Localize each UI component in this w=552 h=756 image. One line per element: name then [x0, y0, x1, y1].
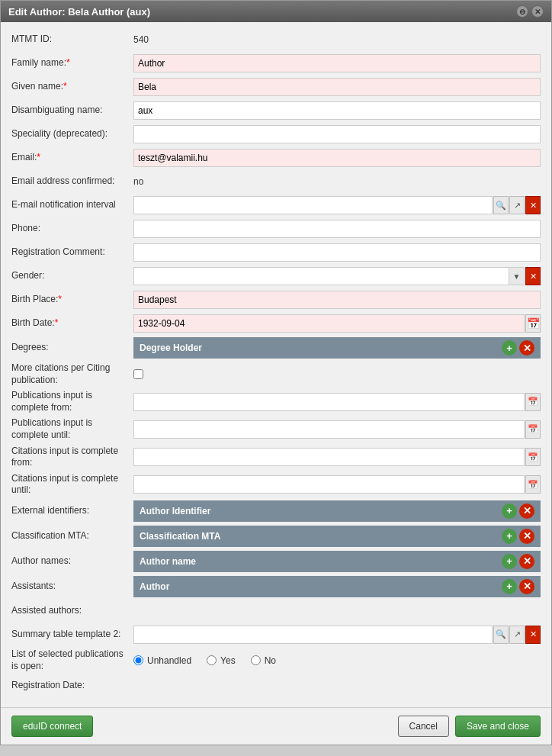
disambiguating-name-row: Disambiguating name:: [11, 101, 541, 121]
citations-complete-until-calendar-icon[interactable]: 📅: [525, 475, 541, 494]
family-name-field-wrap: [133, 54, 541, 72]
degrees-add-button[interactable]: +: [502, 340, 517, 355]
classification-mta-row: Classification MTA: Classification MTA +…: [11, 526, 541, 547]
pub-complete-until-label: Publications input is complete until:: [11, 417, 133, 441]
external-identifiers-label: External identifiers:: [11, 505, 133, 517]
external-identifiers-section-wrap: Author Identifier + ✕: [133, 500, 541, 522]
birth-place-row: Birth Place:*: [11, 290, 541, 310]
form-footer: eduID connect Cancel Save and close: [1, 707, 551, 745]
radio-unhandled-label: Unhandled: [147, 655, 191, 666]
radio-no[interactable]: [251, 655, 261, 665]
mtmt-id-row: MTMT ID: 540: [11, 30, 541, 50]
degrees-remove-button[interactable]: ✕: [519, 340, 534, 355]
more-citations-label: More citations per Citing publication:: [11, 362, 133, 386]
birth-date-row: Birth Date:* 📅: [11, 314, 541, 333]
mtmt-id-label: MTMT ID:: [11, 34, 133, 46]
phone-input[interactable]: [133, 220, 541, 238]
assistants-section-wrap: Author + ✕: [133, 576, 541, 597]
assistants-row: Assistants: Author + ✕: [11, 576, 541, 597]
email-confirmed-value: no: [133, 176, 541, 187]
citations-complete-until-input[interactable]: [133, 475, 525, 494]
citations-complete-from-field-wrap: 📅: [133, 448, 541, 466]
more-citations-checkbox[interactable]: [133, 369, 143, 379]
summary-table-clear-icon[interactable]: ✕: [525, 626, 541, 644]
registration-comment-input[interactable]: [133, 243, 541, 262]
family-name-input[interactable]: [133, 54, 541, 72]
gender-select[interactable]: Male Female: [133, 267, 509, 285]
birth-date-input[interactable]: [133, 314, 525, 333]
summary-table-input[interactable]: [133, 626, 493, 644]
registration-comment-field-wrap: [133, 243, 541, 262]
author-names-add-button[interactable]: +: [502, 554, 517, 569]
clear-notification-icon[interactable]: ✕: [525, 196, 541, 214]
summary-table-label: Summary table template 2:: [11, 629, 133, 641]
registration-comment-row: Registration Comment:: [11, 243, 541, 262]
minimize-button[interactable]: ⊖: [516, 5, 528, 18]
disambiguating-name-input[interactable]: [133, 101, 541, 120]
phone-field-wrap: [133, 220, 541, 238]
birth-date-field-wrap: 📅: [133, 314, 541, 333]
email-input[interactable]: [133, 149, 541, 167]
assistants-remove-button[interactable]: ✕: [519, 579, 534, 594]
disambiguating-name-field-wrap: [133, 101, 541, 120]
speciality-label: Speciality (deprecated):: [11, 128, 133, 140]
radio-unhandled[interactable]: [133, 655, 143, 665]
speciality-input[interactable]: [133, 125, 541, 143]
classification-mta-section-bar: Classification MTA + ✕: [133, 526, 541, 547]
assistants-add-button[interactable]: +: [502, 579, 517, 594]
email-notification-label: E-mail notification interval: [11, 199, 133, 211]
mtmt-id-value: 540: [133, 34, 541, 45]
registration-comment-label: Registration Comment:: [11, 246, 133, 259]
given-name-input[interactable]: [133, 78, 541, 96]
classification-mta-add-button[interactable]: +: [502, 529, 517, 544]
given-name-row: Given name:*: [11, 77, 541, 97]
summary-table-row: Summary table template 2: 🔍 ↗ ✕: [11, 625, 541, 645]
calendar-icon[interactable]: 📅: [525, 314, 541, 333]
classification-mta-section-icons: + ✕: [502, 529, 534, 544]
pub-complete-from-calendar-icon[interactable]: 📅: [525, 393, 541, 411]
citations-complete-from-calendar-icon[interactable]: 📅: [525, 448, 541, 466]
external-identifiers-remove-button[interactable]: ✕: [519, 503, 534, 519]
radio-yes-label: Yes: [220, 655, 236, 666]
birth-place-input[interactable]: [133, 291, 541, 309]
family-name-label: Family name:*: [11, 57, 133, 69]
registration-date-label: Registration Date:: [11, 680, 133, 692]
gender-label: Gender:: [11, 270, 133, 282]
eduid-connect-button[interactable]: eduID connect: [11, 716, 93, 737]
registration-date-row: Registration Date:: [11, 676, 541, 696]
summary-table-search-icon[interactable]: 🔍: [493, 626, 509, 644]
pub-complete-from-label: Publications input is complete from:: [11, 390, 133, 413]
search-icon[interactable]: 🔍: [493, 196, 509, 214]
external-link-icon[interactable]: ↗: [509, 196, 525, 214]
citations-complete-from-row: Citations input is complete from: 📅: [11, 446, 541, 469]
external-identifiers-add-button[interactable]: +: [502, 503, 517, 519]
pub-complete-until-calendar-icon[interactable]: 📅: [525, 420, 541, 439]
author-names-section-wrap: Author name + ✕: [133, 551, 541, 572]
birth-place-label: Birth Place:*: [11, 294, 133, 306]
birth-date-label: Birth Date:*: [11, 317, 133, 330]
classification-mta-section-label: Classification MTA: [140, 531, 220, 542]
email-notification-field-wrap: 🔍 ↗ ✕: [133, 196, 541, 214]
radio-yes[interactable]: [207, 655, 217, 665]
email-notification-input[interactable]: [133, 196, 493, 214]
degrees-section-bar: Degree Holder + ✕: [133, 337, 541, 359]
radio-no-option: No: [251, 655, 276, 666]
classification-mta-remove-button[interactable]: ✕: [519, 529, 534, 544]
gender-dropdown-arrow: ▼: [509, 267, 525, 285]
summary-table-external-link-icon[interactable]: ↗: [509, 626, 525, 644]
pub-complete-until-input[interactable]: [133, 420, 525, 439]
cancel-button[interactable]: Cancel: [398, 716, 449, 737]
author-names-remove-button[interactable]: ✕: [519, 554, 534, 569]
footer-right-buttons: Cancel Save and close: [398, 716, 541, 737]
given-name-field-wrap: [133, 78, 541, 96]
degrees-row: Degrees: Degree Holder + ✕: [11, 337, 541, 359]
selected-publications-radio-group: Unhandled Yes No: [133, 655, 541, 666]
close-button[interactable]: ✕: [531, 5, 544, 18]
pub-complete-from-input[interactable]: [133, 393, 525, 411]
disambiguating-name-label: Disambiguating name:: [11, 105, 133, 117]
save-and-close-button[interactable]: Save and close: [455, 716, 541, 737]
clear-gender-icon[interactable]: ✕: [525, 267, 541, 285]
citations-complete-from-input[interactable]: [133, 448, 525, 466]
title-bar-controls: ⊖ ✕: [516, 5, 544, 18]
phone-row: Phone:: [11, 219, 541, 239]
